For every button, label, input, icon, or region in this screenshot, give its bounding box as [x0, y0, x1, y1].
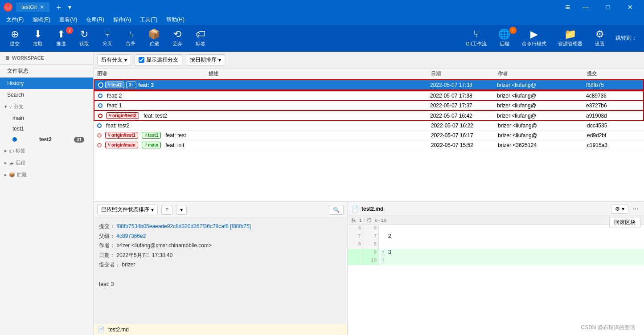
- show-remote-label: 显示远程分支: [146, 56, 178, 64]
- branch-section-icon: ⑂: [9, 104, 12, 110]
- graph-cell-2: feat: 2: [98, 93, 209, 99]
- file-sort-dropdown[interactable]: 已依照文件状态排序 ▾: [97, 204, 158, 215]
- branch-test2-label: test2: [39, 136, 52, 143]
- all-branches-dropdown[interactable]: 所有分支 ▾: [97, 54, 131, 65]
- close-button[interactable]: ✕: [620, 0, 640, 14]
- row2-author: brizer <liufang@: [497, 93, 586, 99]
- branch-tag-origin-main: ⑂ origin/main: [105, 142, 138, 148]
- history-row[interactable]: feat: 2 2022-05-07 17:38 brizer <liufang…: [94, 90, 644, 101]
- tab-label: testGit: [21, 4, 37, 10]
- sort-by-date-dropdown[interactable]: 按日期排序 ▾: [186, 54, 225, 65]
- revert-button[interactable]: 回滚区块: [609, 217, 640, 228]
- tab-dropdown-icon[interactable]: ▾: [68, 4, 71, 11]
- tag-button[interactable]: 🏷 标签: [189, 28, 212, 49]
- revert-hunk-button[interactable]: 回滚区块: [609, 217, 640, 228]
- merge-button[interactable]: ⑃ 合并: [119, 28, 142, 49]
- show-remote-checkbox-label[interactable]: 显示远程分支: [135, 54, 182, 65]
- fetch-button[interactable]: ↻ 获取: [73, 28, 95, 49]
- settings-label: 设置: [595, 41, 605, 47]
- branch-button[interactable]: ⑂ 分支: [96, 28, 119, 49]
- show-remote-checkbox[interactable]: [139, 57, 144, 63]
- branch-icon-sm: ⑂: [108, 82, 111, 87]
- search-commit-button[interactable]: 🔍: [329, 205, 344, 215]
- sidebar-item-search[interactable]: Search: [0, 89, 93, 101]
- graph-cell-6: ⑂ origin/test1 ⑂ test1 feat: test: [97, 132, 209, 139]
- commit-hash-label: 提交：: [99, 223, 115, 229]
- commit-button[interactable]: ⊕ 提交: [4, 28, 26, 49]
- row2-date: 2022-05-07 17:38: [430, 93, 497, 99]
- pull-button[interactable]: ⬇ 拉取: [27, 28, 49, 49]
- diff-settings-button[interactable]: ⚙ ▾: [611, 204, 628, 214]
- settings-button[interactable]: ⚙ 设置: [589, 28, 611, 49]
- branch-tag-count: 3↑: [126, 82, 136, 88]
- branch-item-main[interactable]: main: [0, 113, 93, 123]
- graph-cell-3: feat: 1: [98, 102, 209, 109]
- new-tab-button[interactable]: ＋: [53, 2, 65, 12]
- all-branches-label: 所有分支: [101, 56, 123, 64]
- menu-tools[interactable]: 工具(T): [135, 15, 162, 25]
- history-row[interactable]: feat: test2 2022-05-07 16:22 brizer <liu…: [94, 121, 644, 131]
- branch-item-test1[interactable]: test1: [0, 123, 93, 134]
- parent-hash-value: 4c897366e2: [116, 233, 146, 239]
- header-graph: 图谱: [97, 70, 209, 77]
- hamburger-menu-icon[interactable]: ≡: [562, 3, 574, 12]
- discard-label: 丢弃: [172, 41, 182, 47]
- diff-line-add: 9 + 3: [348, 249, 644, 257]
- menu-help[interactable]: 帮助(H): [162, 15, 189, 25]
- branch-item-test2[interactable]: test2 31: [0, 134, 93, 145]
- row1-author: brizer <liufang@: [497, 82, 586, 88]
- remote-expand-icon: ▸: [4, 160, 7, 166]
- explorer-button[interactable]: 📁 资源管理器: [553, 28, 588, 49]
- gitflow-button[interactable]: ⑂ Git工作流: [460, 28, 492, 49]
- submitter-value: brizer: [122, 261, 135, 268]
- diff-line: 7 7 2: [348, 233, 644, 241]
- history-row[interactable]: ⑂ origin/main ⑂ main feat: init 2022-05-…: [94, 140, 644, 150]
- history-row[interactable]: feat: 1 2022-05-07 17:37 brizer <liufang…: [94, 101, 644, 111]
- row5-author: brizer <liufang@: [498, 123, 587, 129]
- remote-button-wrap: 🌐 远端 !: [493, 28, 516, 49]
- sidebar-item-history[interactable]: History: [0, 78, 93, 89]
- line-new-num: 6: [363, 225, 379, 233]
- row3-description: feat: 1: [107, 102, 122, 109]
- view-options-button[interactable]: ▾: [176, 205, 187, 215]
- tag-icon: 🏷: [196, 29, 205, 39]
- active-tab[interactable]: testGit ✕: [16, 2, 49, 12]
- menu-action[interactable]: 操作(A): [109, 15, 135, 25]
- file-list-item[interactable]: 📄 test2.md: [94, 324, 347, 335]
- submitter-label: 提交者：: [99, 261, 120, 268]
- history-row[interactable]: ⑂ origin/test2 feat: test2 2022-05-07 16…: [94, 111, 644, 121]
- diff-line-add: 10 +: [348, 257, 644, 265]
- minimize-button[interactable]: —: [575, 0, 596, 14]
- header-author: 作者: [498, 70, 587, 77]
- branch-test2-badge: 31: [74, 137, 84, 143]
- terminal-button[interactable]: ▶ 命令行模式: [517, 28, 552, 49]
- sidebar-item-file-status[interactable]: 文件状态: [0, 65, 93, 78]
- history-row[interactable]: ⑂ test2 3↑ feat: 3 2022-05-07 17:38 briz…: [94, 79, 644, 90]
- menu-file[interactable]: 文件(F): [2, 15, 28, 25]
- view-mode-button[interactable]: ≡: [161, 205, 172, 215]
- history-row[interactable]: ⑂ origin/test1 ⑂ test1 feat: test 2022-0…: [94, 131, 644, 140]
- stash-section-header[interactable]: ▸ 📦 贮藏: [0, 169, 93, 181]
- branches-section-header[interactable]: ▾ ⑂ 分支: [0, 101, 93, 113]
- tab-close-icon[interactable]: ✕: [40, 4, 44, 10]
- merge-label: 合并: [126, 40, 135, 47]
- menu-edit[interactable]: 编辑(E): [28, 15, 55, 25]
- remote-section-header[interactable]: ▸ ☁ 远程: [0, 157, 93, 169]
- pull-icon: ⬇: [34, 29, 42, 39]
- menu-view[interactable]: 查看(V): [55, 15, 82, 25]
- stash-button[interactable]: 📦 贮藏: [143, 28, 165, 49]
- row4-commit: a91903d: [586, 113, 640, 119]
- diff-overflow-button[interactable]: ···: [631, 204, 640, 214]
- tags-section-header[interactable]: ▸ 🏷 标签: [0, 145, 93, 157]
- pull-label: 拉取: [33, 41, 43, 47]
- push-button-wrap: ⬆ 推送 3: [50, 28, 72, 49]
- current-branch-dot: [12, 137, 17, 142]
- row2-commit: 4c89736: [586, 93, 640, 99]
- branch-tag-test2: ⑂ test2: [105, 82, 124, 88]
- menu-repo[interactable]: 仓库(R): [82, 15, 109, 25]
- maximize-button[interactable]: □: [598, 0, 618, 14]
- branch-tag-origin-test2: ⑂ origin/test2: [106, 112, 139, 119]
- line-new-num: 8: [363, 241, 379, 249]
- stash-expand-icon: ▸: [4, 172, 7, 178]
- discard-button[interactable]: ⟲ 丢弃: [166, 28, 189, 49]
